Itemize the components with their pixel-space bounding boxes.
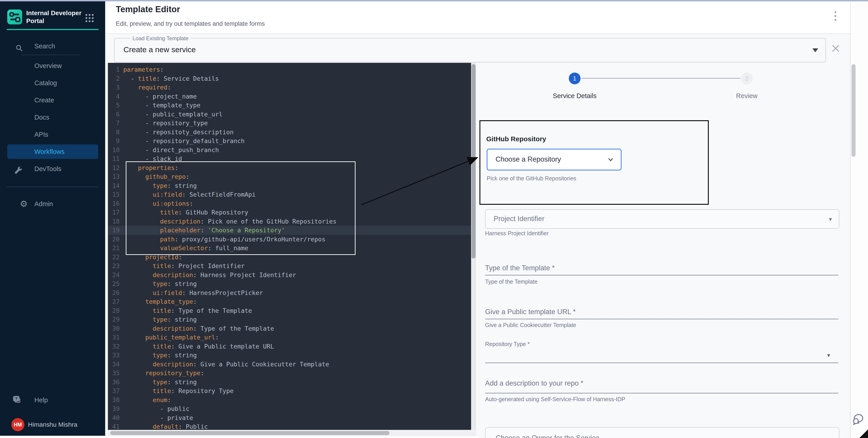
sidebar-item-catalog[interactable]: Catalog — [7, 76, 98, 90]
line-number: 22 — [108, 253, 120, 262]
sidebar-item-help[interactable]: ? Help — [7, 393, 98, 407]
code-text: parameters: — [123, 65, 164, 74]
code-line-24[interactable]: 24 description: Harness Project Identifi… — [108, 271, 476, 279]
code-line-33[interactable]: 33 type: string — [108, 351, 476, 360]
line-number: 26 — [108, 289, 120, 297]
repository-type-select[interactable]: Repository Type * ▼ — [485, 341, 838, 363]
github-repository-select[interactable]: Choose a Repository — [487, 149, 621, 170]
code-line-30[interactable]: 30 description: Type of the Template — [108, 324, 476, 333]
sidebar-item-docs[interactable]: Docs — [7, 110, 98, 125]
repo-description-field-label[interactable]: Add a description to your repo * — [485, 379, 583, 388]
sidebar-item-workflows[interactable]: Workflows — [7, 144, 98, 159]
code-line-23[interactable]: 23 title: Project Identifier — [108, 262, 476, 271]
line-number: 34 — [108, 360, 120, 369]
sidebar-item-label: Catalog — [34, 76, 57, 90]
code-line-29[interactable]: 29 type: string — [108, 315, 476, 324]
code-text: required: — [123, 83, 171, 92]
code-text: - project_name — [123, 92, 197, 101]
line-number: 9 — [108, 136, 120, 145]
code-line-10[interactable]: 10 - direct_push_branch — [108, 145, 476, 155]
code-line-8[interactable]: 8 - repositoty_description — [108, 128, 476, 137]
editor-vertical-scrollbar-thumb[interactable] — [471, 64, 475, 259]
line-number: 1 — [108, 65, 120, 74]
sidebar-item-create[interactable]: Create — [7, 93, 98, 107]
code-line-28[interactable]: 28 title: Type of the Template — [108, 306, 476, 315]
owner-select[interactable]: Choose an Owner for the Service — [485, 427, 839, 438]
user-menu[interactable]: HM Himanshu Mishra — [7, 418, 102, 433]
code-line-26[interactable]: 26 ui:field: HarnessProjectPicker — [108, 289, 476, 297]
code-text: description: Harness Project Identifier — [123, 271, 296, 279]
code-line-37[interactable]: 37 title: Repository Type — [108, 386, 476, 396]
sidebar: Internal Developer Portal Search Overvie… — [0, 1, 105, 436]
apps-grid-icon[interactable] — [86, 14, 95, 23]
code-line-5[interactable]: 5 - template_type — [108, 101, 476, 110]
code-text: type: string — [123, 378, 197, 387]
template-type-field-helper: Type of the Template — [485, 278, 537, 285]
code-line-39[interactable]: 39 - public — [108, 404, 476, 413]
code-text: - repository_type — [123, 119, 208, 128]
code-text: repository_type: — [123, 369, 204, 378]
sidebar-accent-divider — [7, 29, 99, 30]
dropdown-arrow-icon: ▼ — [828, 216, 833, 223]
stepper-step-1[interactable]: 1 — [569, 72, 581, 84]
public-template-url-field-underline — [485, 319, 838, 319]
code-line-35[interactable]: 35 repository_type: — [108, 369, 476, 378]
code-line-31[interactable]: 31 public_template_url: — [108, 333, 476, 342]
code-line-36[interactable]: 36 type: string — [108, 378, 476, 387]
code-text: description: Give a Public Cookiecutter … — [123, 360, 329, 369]
public-template-url-field-helper: Give a Public Cookiecutter Template — [485, 322, 576, 328]
stepper-step-2[interactable]: 2 — [741, 72, 753, 84]
wrench-icon — [13, 165, 23, 179]
code-line-4[interactable]: 4 - project_name — [108, 92, 476, 101]
code-text: type: string — [123, 351, 197, 360]
page-scrollbar-thumb[interactable] — [851, 64, 856, 157]
kebab-menu-icon[interactable] — [835, 11, 837, 23]
sidebar-item-overview[interactable]: Overview — [7, 59, 98, 73]
code-line-25[interactable]: 25 type: string — [108, 279, 476, 289]
editor-horizontal-scrollbar-thumb[interactable] — [110, 431, 390, 435]
chevron-down-icon — [607, 156, 615, 163]
line-number: 30 — [108, 324, 120, 333]
line-number: 23 — [108, 262, 120, 271]
line-number: 35 — [108, 369, 120, 378]
line-number: 32 — [108, 342, 120, 351]
code-line-27[interactable]: 27 template_type: — [108, 297, 476, 306]
code-line-34[interactable]: 34 description: Give a Public Cookiecutt… — [108, 360, 476, 369]
code-line-1[interactable]: 1parameters: — [108, 65, 476, 74]
public-template-url-field-label[interactable]: Give a Public template URL * — [485, 308, 576, 316]
template-type-field-label[interactable]: Type of the Template * — [485, 264, 555, 272]
chat-bubbles-icon[interactable] — [852, 412, 866, 427]
sidebar-divider — [7, 187, 99, 187]
line-number: 12 — [108, 163, 120, 172]
code-line-2[interactable]: 2 - title: Service Details — [108, 74, 476, 83]
template-type-field-underline — [485, 275, 838, 275]
editor-horizontal-scrollbar[interactable] — [108, 430, 476, 436]
code-text: enum: — [123, 396, 171, 405]
line-number: 2 — [108, 74, 120, 83]
line-number: 31 — [108, 333, 120, 342]
code-line-7[interactable]: 7 - repository_type — [108, 119, 476, 128]
load-existing-template-select[interactable]: Load Existing Template Create a new serv… — [114, 38, 826, 62]
code-line-40[interactable]: 40 - private — [108, 413, 476, 423]
close-icon[interactable] — [831, 44, 840, 54]
sidebar-item-label: Overview — [34, 59, 62, 73]
editor-vertical-scrollbar[interactable] — [471, 63, 476, 436]
sidebar-item-search[interactable]: Search — [7, 39, 98, 53]
code-line-9[interactable]: 9 - repository_default_branch — [108, 136, 476, 145]
line-number: 10 — [108, 145, 120, 155]
sidebar-item-devtools[interactable]: DevTools — [7, 162, 98, 176]
code-line-3[interactable]: 3 required: — [108, 83, 476, 92]
code-line-6[interactable]: 6 - public_template_url — [108, 110, 476, 119]
project-identifier-select[interactable]: Project Identifier ▼ — [485, 209, 839, 229]
chevron-down-icon — [812, 48, 818, 52]
code-text: - template_type — [123, 101, 200, 110]
search-divider — [22, 55, 80, 55]
sidebar-item-apis[interactable]: APIs — [7, 127, 98, 142]
project-identifier-helper: Harness Project Identifier — [485, 230, 549, 237]
bottom-strip — [105, 436, 479, 438]
line-number: 37 — [108, 386, 120, 396]
code-line-38[interactable]: 38 enum: — [108, 396, 476, 405]
sidebar-item-admin[interactable]: ⚙ Admin — [7, 197, 98, 211]
code-line-32[interactable]: 32 title: Give a Public template URL — [108, 342, 476, 351]
line-number: 18 — [108, 217, 120, 226]
